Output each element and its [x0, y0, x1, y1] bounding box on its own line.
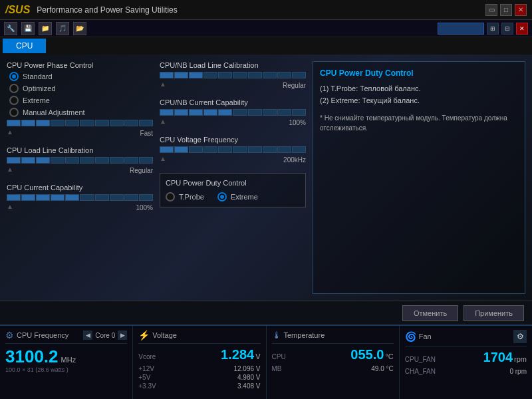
- load-seg-4: [51, 157, 65, 164]
- fan-header: 🌀 Fan ⚙: [405, 330, 527, 346]
- tprobe-option[interactable]: T.Probe: [166, 192, 204, 201]
- temp-icon: 🌡: [272, 330, 281, 340]
- nb-current-section: CPU/NB Current Capability ▲ 100%: [160, 98, 306, 126]
- extreme-option[interactable]: Extreme: [217, 192, 258, 201]
- cpu-freq-icon: ⚙: [5, 330, 14, 340]
- volt-freq-title: CPU Voltage Frequency: [160, 136, 306, 144]
- window-title: Performance and Power Saving Utilities: [37, 5, 485, 15]
- title-bar: /SUS Performance and Power Saving Utilit…: [0, 0, 532, 20]
- v33-row: +3.3V 3.408 V: [138, 382, 260, 390]
- nbl-seg-3: [189, 72, 203, 78]
- toolbar-icon-3[interactable]: 📁: [39, 22, 52, 35]
- vf-seg-8: [263, 146, 277, 153]
- close-button[interactable]: ✕: [515, 4, 527, 16]
- vf-seg-6: [233, 146, 247, 153]
- radio-extreme-duty[interactable]: [217, 192, 227, 201]
- fan-settings-button[interactable]: ⚙: [513, 330, 527, 343]
- voltage-icon: ⚡: [138, 330, 150, 340]
- phase-extreme-label: Extreme: [23, 96, 50, 104]
- cpu-temp-value: 055.0: [350, 348, 384, 361]
- main-content: CPU Power Phase Control Standard Optimiz…: [0, 55, 532, 301]
- nbc-seg-10: [292, 109, 306, 116]
- current-slider-label: 100%: [136, 204, 153, 211]
- cpu-freq-section: ⚙ CPU Frequency ◀ Core 0 ▶ 3100.2 MHz 10…: [0, 326, 133, 399]
- fan-title: Fan: [419, 332, 432, 340]
- current-capability-section: CPU Current Capability ▲ 100%: [7, 184, 153, 211]
- cpu-freq-next[interactable]: ▶: [118, 331, 127, 340]
- nbl-seg-1: [160, 72, 174, 78]
- v5-label: +5V: [138, 374, 150, 381]
- vcore-label: Vcore: [138, 353, 156, 360]
- phase-extreme[interactable]: Extreme: [9, 96, 153, 105]
- maximize-button[interactable]: □: [500, 4, 512, 16]
- phase-standard[interactable]: Standard: [9, 72, 153, 81]
- load-title: CPU Load Line Calibration: [7, 146, 153, 154]
- cpu-fan-label: CPU_FAN: [405, 356, 436, 363]
- power-duty-radios: T.Probe Extreme: [166, 192, 300, 201]
- curr-seg-8: [110, 194, 124, 201]
- seg-1: [7, 120, 21, 126]
- nbl-seg-10: [292, 72, 306, 78]
- cancel-button[interactable]: Отменить: [402, 305, 458, 321]
- voltage-header: ⚡ Voltage: [138, 330, 260, 344]
- cpu-freq-unit: MHz: [61, 356, 76, 364]
- toolbar-icon-5[interactable]: 📂: [73, 22, 86, 35]
- v5-value: 4.980 V: [237, 374, 260, 381]
- toolbar-icon-2[interactable]: 💾: [21, 22, 35, 35]
- seg-7: [95, 120, 109, 126]
- tab-cpu[interactable]: CPU: [3, 39, 46, 53]
- radio-optimized[interactable]: [9, 84, 19, 93]
- v33-value: 3.408 V: [237, 382, 260, 390]
- v12-row: +12V 12.096 V: [138, 365, 260, 372]
- nbl-seg-7: [248, 72, 262, 78]
- seg-3: [36, 120, 50, 126]
- nbc-seg-4: [203, 109, 217, 116]
- cha-fan-value: 0 rpm: [509, 368, 527, 375]
- curr-seg-2: [21, 194, 35, 201]
- radio-tprobe[interactable]: [166, 192, 175, 201]
- phase-control-section: CPU Power Phase Control Standard Optimiz…: [7, 61, 153, 137]
- vf-seg-3: [189, 146, 203, 153]
- info-line1: (1) T.Probe: Тепловой баланс.: [320, 83, 518, 95]
- mb-temp-value: 49.0 °C: [371, 365, 393, 372]
- apply-button[interactable]: Применить: [464, 305, 524, 321]
- curr-seg-7: [95, 194, 109, 201]
- info-panel-title: CPU Power Duty Control: [320, 68, 518, 78]
- cpu-freq-prev[interactable]: ◀: [83, 331, 92, 340]
- v33-label: +3.3V: [138, 382, 156, 390]
- load-seg-3: [36, 157, 50, 164]
- radio-manual[interactable]: [9, 108, 19, 117]
- minimize-button[interactable]: ▭: [485, 4, 497, 16]
- extreme-label: Extreme: [231, 193, 258, 201]
- info-panel: CPU Power Duty Control (1) T.Probe: Тепл…: [313, 61, 525, 294]
- toolbar-icon-1[interactable]: 🔧: [4, 22, 17, 35]
- cpu-temp-label: CPU: [272, 353, 286, 360]
- nb-load-title: CPU/NB Load Line Calibration: [160, 61, 306, 69]
- mb-temp-label: MB: [272, 365, 282, 372]
- temp-title: Temperature: [284, 331, 325, 339]
- left-column: CPU Power Phase Control Standard Optimiz…: [7, 61, 153, 294]
- seg-8: [110, 120, 124, 126]
- vf-seg-10: [292, 146, 306, 153]
- radio-standard[interactable]: [9, 72, 19, 81]
- toolbar-icon-4[interactable]: 🎵: [56, 22, 69, 35]
- middle-column: CPU/NB Load Line Calibration ▲ Regular C…: [160, 61, 306, 294]
- nbl-seg-9: [277, 72, 291, 78]
- radio-extreme[interactable]: [9, 96, 19, 105]
- cpu-freq-sub: 100.0 × 31 (28.6 watts ): [5, 366, 127, 373]
- cpu-fan-unit: rpm: [514, 355, 527, 363]
- vf-seg-1: [160, 146, 174, 153]
- nbc-seg-3: [189, 109, 203, 116]
- phase-radio-group: Standard Optimized Extreme Manual Adjust…: [7, 72, 153, 117]
- curr-seg-5: [65, 194, 79, 201]
- cpu-freq-core: Core 0: [95, 332, 115, 339]
- load-seg-8: [110, 157, 124, 164]
- fan-section: 🌀 Fan ⚙ CPU_FAN 1704 rpm CHA_FAN 0 rpm: [400, 326, 532, 399]
- v5-row: +5V 4.980 V: [138, 374, 260, 381]
- power-duty-box: CPU Power Duty Control T.Probe Extreme: [160, 173, 306, 207]
- load-calibration-section: CPU Load Line Calibration ▲ Regular: [7, 146, 153, 174]
- phase-manual[interactable]: Manual Adjustment: [9, 108, 153, 117]
- nbl-seg-2: [174, 72, 188, 78]
- phase-optimized[interactable]: Optimized: [9, 84, 153, 93]
- seg-6: [80, 120, 94, 126]
